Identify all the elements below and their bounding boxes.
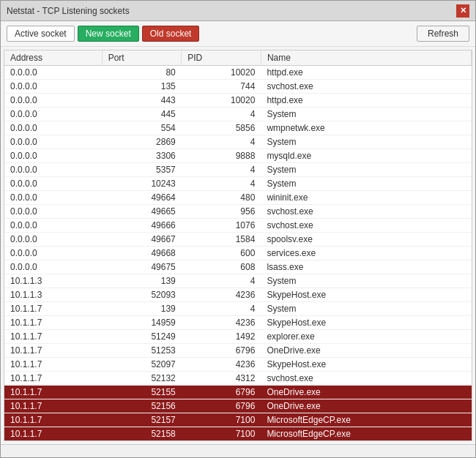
cell-name: System — [261, 163, 471, 177]
cell-address: 10.1.1.7 — [4, 316, 102, 330]
cell-pid: 6796 — [182, 386, 261, 399]
cell-pid: 5856 — [182, 121, 261, 135]
window-title: Netstat - TCP Listening sockets — [7, 6, 130, 16]
cell-name: explorer.exe — [261, 330, 471, 344]
table-row[interactable]: 10.1.1.71394System — [4, 302, 472, 316]
cell-pid: 4 — [182, 135, 261, 149]
cell-port: 51249 — [102, 330, 182, 344]
table-row[interactable]: 10.1.1.7521577100MicrosoftEdgeCP.exe — [4, 413, 472, 427]
socket-table: Address Port PID Name 0.0.0.08010020http… — [4, 50, 472, 441]
cell-address: 0.0.0.0 — [4, 66, 102, 80]
cell-name: wmpnetwk.exe — [261, 121, 471, 135]
cell-port: 10243 — [102, 177, 182, 191]
cell-pid: 4 — [182, 177, 261, 191]
cell-pid: 7100 — [182, 441, 261, 442]
table-row[interactable]: 10.1.1.31394System — [4, 274, 472, 288]
table-row[interactable]: 0.0.0.033069888mysqld.exe — [4, 149, 472, 163]
active-socket-button[interactable]: Active socket — [7, 26, 75, 42]
cell-address: 10.1.1.7 — [4, 399, 102, 413]
table-row[interactable]: 0.0.0.0135744svchost.exe — [4, 80, 472, 94]
legend-buttons: Active socket New socket Old socket — [7, 26, 199, 42]
table-row[interactable]: 10.1.1.7521566796OneDrive.exe — [4, 399, 472, 413]
table-row[interactable]: 10.1.1.7520974236SkypeHost.exe — [4, 358, 472, 372]
cell-port: 445 — [102, 108, 182, 121]
cell-name: mysqld.exe — [261, 149, 471, 163]
cell-port: 49675 — [102, 260, 182, 274]
col-header-pid: PID — [182, 50, 261, 66]
cell-pid: 4 — [182, 108, 261, 121]
table-row[interactable]: 0.0.0.05545856wmpnetwk.exe — [4, 121, 472, 135]
col-header-name: Name — [261, 50, 471, 66]
cell-port: 49667 — [102, 233, 182, 247]
status-bar — [1, 444, 475, 457]
cell-pid: 956 — [182, 205, 261, 219]
cell-name: svchost.exe — [261, 80, 471, 94]
cell-pid: 600 — [182, 247, 261, 260]
cell-port: 3306 — [102, 149, 182, 163]
table-row[interactable]: 10.1.1.7521587100MicrosoftEdgeCP.exe — [4, 427, 472, 441]
cell-name: httpd.exe — [261, 94, 471, 108]
close-button[interactable]: ✕ — [456, 4, 469, 18]
cell-port: 2869 — [102, 135, 182, 149]
table-row[interactable]: 10.1.1.7512536796OneDrive.exe — [4, 344, 472, 358]
table-row[interactable]: 0.0.0.04454System — [4, 108, 472, 121]
cell-address: 0.0.0.0 — [4, 108, 102, 121]
toolbar: Active socket New socket Old socket Refr… — [1, 21, 475, 47]
table-row[interactable]: 0.0.0.0496671584spoolsv.exe — [4, 233, 472, 247]
cell-name: SkypeHost.exe — [261, 288, 471, 302]
table-row[interactable]: 10.1.1.3520934236SkypeHost.exe — [4, 288, 472, 302]
cell-port: 52156 — [102, 399, 182, 413]
main-window: Netstat - TCP Listening sockets ✕ Active… — [0, 0, 476, 458]
cell-name: MicrosoftEdgeCP.exe — [261, 427, 471, 441]
table-row[interactable]: 10.1.1.7521556796OneDrive.exe — [4, 386, 472, 399]
cell-address: 0.0.0.0 — [4, 205, 102, 219]
table-row[interactable]: 0.0.0.053574System — [4, 163, 472, 177]
table-row[interactable]: 10.1.1.7512491492explorer.exe — [4, 330, 472, 344]
cell-name: SkypeHost.exe — [261, 358, 471, 372]
cell-pid: 608 — [182, 260, 261, 274]
cell-port: 443 — [102, 94, 182, 108]
cell-port: 135 — [102, 80, 182, 94]
cell-name: services.exe — [261, 247, 471, 260]
table-row[interactable]: 0.0.0.044310020httpd.exe — [4, 94, 472, 108]
table-row[interactable]: 0.0.0.08010020httpd.exe — [4, 66, 472, 80]
new-socket-button[interactable]: New socket — [78, 26, 139, 42]
cell-pid: 6796 — [182, 344, 261, 358]
cell-address: 0.0.0.0 — [4, 191, 102, 205]
refresh-button[interactable]: Refresh — [417, 26, 469, 42]
table-row[interactable]: 10.1.1.7149594236SkypeHost.exe — [4, 316, 472, 330]
cell-name: System — [261, 108, 471, 121]
cell-port: 49668 — [102, 247, 182, 260]
cell-pid: 4236 — [182, 358, 261, 372]
cell-pid: 4312 — [182, 372, 261, 386]
table-row[interactable]: 0.0.0.0496661076svchost.exe — [4, 219, 472, 233]
cell-address: 10.1.1.3 — [4, 274, 102, 288]
table-row[interactable]: 0.0.0.049675608lsass.exe — [4, 260, 472, 274]
cell-pid: 10020 — [182, 66, 261, 80]
cell-name: svchost.exe — [261, 205, 471, 219]
table-row[interactable]: 10.1.1.7521597100MicrosoftEdgeCP.exe — [4, 441, 472, 442]
cell-pid: 7100 — [182, 413, 261, 427]
cell-address: 0.0.0.0 — [4, 121, 102, 135]
cell-name: lsass.exe — [261, 260, 471, 274]
cell-address: 0.0.0.0 — [4, 149, 102, 163]
cell-name: OneDrive.exe — [261, 344, 471, 358]
table-row[interactable]: 0.0.0.049664480wininit.exe — [4, 191, 472, 205]
cell-name: System — [261, 135, 471, 149]
table-row[interactable]: 0.0.0.0102434System — [4, 177, 472, 191]
cell-address: 0.0.0.0 — [4, 163, 102, 177]
cell-pid: 480 — [182, 191, 261, 205]
old-socket-button[interactable]: Old socket — [142, 26, 200, 42]
table-row[interactable]: 0.0.0.049668600services.exe — [4, 247, 472, 260]
cell-port: 52093 — [102, 288, 182, 302]
table-row[interactable]: 0.0.0.028694System — [4, 135, 472, 149]
cell-name: System — [261, 274, 471, 288]
cell-port: 49664 — [102, 191, 182, 205]
cell-pid: 1492 — [182, 330, 261, 344]
table-row[interactable]: 10.1.1.7521324312svchost.exe — [4, 372, 472, 386]
cell-port: 49666 — [102, 219, 182, 233]
cell-name: OneDrive.exe — [261, 386, 471, 399]
title-bar: Netstat - TCP Listening sockets ✕ — [1, 1, 475, 21]
table-row[interactable]: 0.0.0.049665956svchost.exe — [4, 205, 472, 219]
cell-address: 0.0.0.0 — [4, 135, 102, 149]
